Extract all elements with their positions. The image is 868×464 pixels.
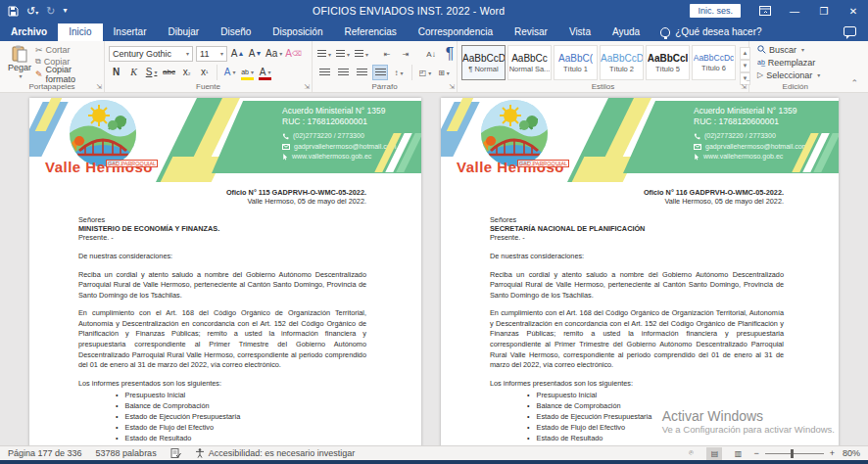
borders-icon[interactable]: ⊞▾ bbox=[436, 65, 452, 80]
paragraph: En cumplimiento con el Art. 168 del Códi… bbox=[490, 308, 784, 370]
zoom-in-icon[interactable]: + bbox=[830, 448, 835, 458]
accessibility-status[interactable]: Accesibilidad: es necesario investigar bbox=[195, 448, 356, 458]
tab-ayuda[interactable]: Ayuda bbox=[602, 23, 651, 41]
show-marks-icon[interactable]: ¶ bbox=[442, 46, 458, 62]
paste-button[interactable]: Pegar▾ bbox=[4, 44, 35, 80]
sign-in-button[interactable]: Inic. ses. bbox=[690, 4, 741, 18]
shrink-font-icon[interactable]: A▼ bbox=[248, 46, 263, 62]
undo-icon[interactable]: ↺▾ bbox=[26, 6, 38, 17]
group-estilos: AaBbCcD ¶ Normal AaBbCc Normal Sa... AaB… bbox=[458, 41, 749, 92]
select-button[interactable]: ▷ Seleccionar▾ bbox=[757, 70, 820, 80]
cut-button[interactable]: ✂Cortar bbox=[35, 44, 100, 55]
tab-disposicion[interactable]: Disposición bbox=[262, 23, 333, 41]
font-color-icon[interactable]: A▾ bbox=[258, 65, 272, 80]
email-icon bbox=[282, 144, 290, 150]
clipboard-dialog-launcher[interactable]: ⇲ bbox=[96, 83, 102, 91]
tab-correspondencia[interactable]: Correspondencia bbox=[408, 23, 504, 41]
format-painter-button[interactable]: ✎Copiar formato bbox=[35, 68, 100, 80]
paragraph: Reciba un cordial y atento saludo a nomb… bbox=[490, 270, 784, 302]
italic-button[interactable]: K bbox=[126, 65, 141, 80]
letter-body-2[interactable]: Oficio N° 116 GADPRVH-O-WMC-05-2022. Val… bbox=[441, 182, 839, 446]
align-center-icon[interactable] bbox=[335, 65, 351, 80]
find-button[interactable]: Buscar▾ bbox=[757, 44, 820, 55]
ribbon-display-options-icon[interactable] bbox=[750, 0, 780, 22]
zoom-level[interactable]: 80% bbox=[843, 448, 860, 458]
strikethrough-button[interactable]: abc bbox=[162, 65, 176, 80]
page-indicator[interactable]: Página 177 de 336 bbox=[8, 448, 82, 458]
text-effects-icon[interactable]: A▾ bbox=[222, 65, 237, 80]
phone-icon bbox=[694, 133, 700, 140]
customize-qat-icon[interactable]: ▾ bbox=[63, 7, 67, 15]
styles-dialog-launcher[interactable]: ⇲ bbox=[741, 83, 747, 91]
page-1[interactable]: Acuerdo Ministerial N° 1359 RUC : 176812… bbox=[29, 98, 421, 446]
clear-formatting-icon[interactable]: A⌫ bbox=[285, 46, 302, 62]
document-canvas[interactable]: Acuerdo Ministerial N° 1359 RUC : 176812… bbox=[0, 93, 868, 446]
copy-icon: ⧉ bbox=[35, 57, 41, 67]
line-spacing-icon[interactable]: ↕▾ bbox=[391, 65, 407, 80]
shading-icon[interactable]: ◰▾ bbox=[417, 65, 433, 80]
presente: Presente. - bbox=[490, 233, 784, 242]
style-titulo-1[interactable]: AaBbC( Título 1 bbox=[554, 45, 598, 80]
increase-indent-icon[interactable]: ⇥ bbox=[398, 46, 413, 62]
comments-icon[interactable] bbox=[844, 26, 856, 36]
tab-inicio[interactable]: Inicio bbox=[58, 23, 102, 41]
tab-revisar[interactable]: Revisar bbox=[504, 23, 558, 41]
zoom-thumb[interactable] bbox=[791, 449, 794, 458]
style-normal-sa[interactable]: AaBbCc Normal Sa... bbox=[507, 45, 552, 80]
proofing-icon[interactable] bbox=[170, 448, 181, 459]
collapse-ribbon-icon[interactable]: ⌃ bbox=[841, 74, 868, 92]
print-layout-icon[interactable]: ▤ bbox=[706, 447, 722, 460]
tab-vista[interactable]: Vista bbox=[558, 23, 602, 41]
close-button[interactable]: ✕ bbox=[839, 0, 868, 22]
gad-logo bbox=[70, 100, 136, 166]
oficio-number: Oficio N° 115 GADPRVH-O-WMC-05-2022. bbox=[78, 188, 366, 197]
sort-icon[interactable]: A↓ bbox=[423, 46, 439, 62]
style-normal[interactable]: AaBbCcD ¶ Normal bbox=[461, 45, 506, 80]
tab-dibujar[interactable]: Dibujar bbox=[158, 23, 211, 41]
restore-button[interactable]: ❐ bbox=[809, 0, 839, 22]
zoom-slider[interactable]: − + bbox=[753, 448, 835, 458]
tab-insertar[interactable]: Insertar bbox=[103, 23, 158, 41]
title-bar: ↺▾ ↻ ▾ OFICIOS ENVIADOS INST. 2022 - Wor… bbox=[0, 0, 868, 22]
style-titulo-5[interactable]: AaBbCcI Título 5 bbox=[646, 45, 690, 80]
letter-body-1[interactable]: Oficio N° 115 GADPRVH-O-WMC-05-2022. Val… bbox=[29, 182, 421, 444]
tab-referencias[interactable]: Referencias bbox=[333, 23, 407, 41]
style-titulo-2[interactable]: AaBbCcD Título 2 bbox=[600, 45, 644, 80]
word-count[interactable]: 53788 palabras bbox=[96, 448, 157, 458]
salutation: Señores bbox=[78, 215, 366, 224]
tab-archivo[interactable]: Archivo bbox=[0, 23, 58, 41]
tell-me-box[interactable]: ¿Qué desea hacer? bbox=[651, 23, 771, 41]
replace-button[interactable]: ab̲ Reemplazar bbox=[757, 57, 820, 68]
page-2[interactable]: Acuerdo Ministerial N° 1359 RUC : 176812… bbox=[441, 98, 839, 446]
style-titulo-6[interactable]: AaBbCcDc Título 6 bbox=[692, 45, 736, 80]
letter-date: Valle Hermoso, 05 de mayo del 2022. bbox=[78, 197, 366, 206]
font-family-combo[interactable]: Century Gothic▾ bbox=[109, 46, 193, 62]
list-item: Presupuesto Inicial bbox=[116, 391, 366, 401]
justify-icon[interactable] bbox=[372, 65, 388, 80]
superscript-button[interactable]: x¹ bbox=[197, 65, 212, 80]
bullets-icon[interactable]: ▾ bbox=[316, 46, 332, 62]
web-layout-icon[interactable]: ▥ bbox=[730, 447, 746, 460]
font-size-combo[interactable]: 11▾ bbox=[196, 46, 227, 62]
highlight-color-icon[interactable]: ab▾ bbox=[240, 65, 255, 80]
grow-font-icon[interactable]: A▲ bbox=[230, 46, 245, 62]
save-icon[interactable] bbox=[8, 6, 19, 17]
underline-button[interactable]: S▾ bbox=[144, 65, 159, 80]
redo-icon[interactable]: ↻ bbox=[46, 6, 55, 17]
multilevel-list-icon[interactable]: ▾ bbox=[354, 46, 369, 62]
ruc-line: RUC : 1768120600001 bbox=[694, 116, 829, 127]
lightbulb-icon bbox=[660, 27, 670, 37]
align-left-icon[interactable] bbox=[316, 65, 332, 80]
tab-diseno[interactable]: Diseño bbox=[210, 23, 262, 41]
change-case-icon[interactable]: Aa▾ bbox=[265, 46, 282, 62]
subscript-button[interactable]: x₂ bbox=[179, 65, 194, 80]
read-mode-icon[interactable]: ⌾ bbox=[683, 447, 699, 460]
paragraph-dialog-launcher[interactable]: ⇲ bbox=[449, 83, 455, 91]
bold-button[interactable]: N bbox=[109, 65, 123, 80]
zoom-out-icon[interactable]: − bbox=[753, 448, 758, 458]
decrease-indent-icon[interactable]: ⇤ bbox=[379, 46, 395, 62]
numbering-icon[interactable]: ▾ bbox=[335, 46, 351, 62]
align-right-icon[interactable] bbox=[354, 65, 369, 80]
minimize-button[interactable]: — bbox=[780, 0, 809, 22]
font-dialog-launcher[interactable]: ⇲ bbox=[304, 83, 310, 91]
